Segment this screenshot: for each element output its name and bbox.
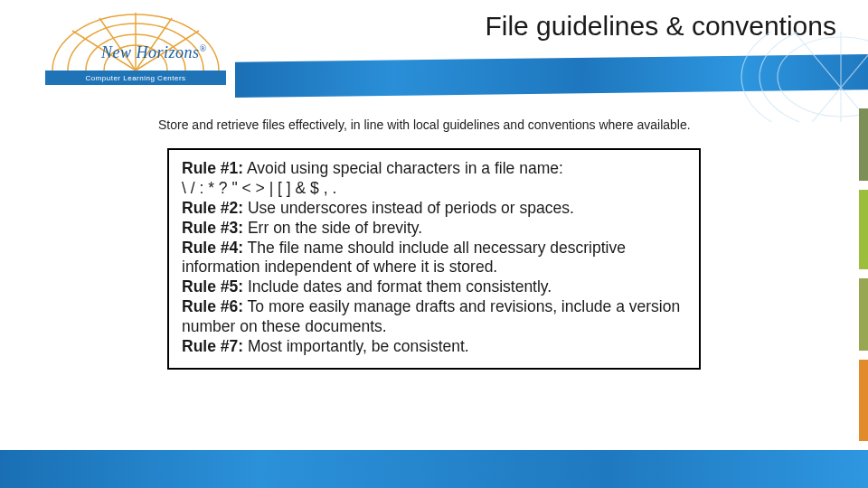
logo: New Horizons® Computer Learning Centers [45,5,235,87]
rule-label: Rule #6: [182,297,243,315]
header-wave [235,54,868,98]
rule-line: Rule #7: Most importantly, be consistent… [182,337,686,357]
rule-label: Rule #7: [182,337,243,355]
intro-text: Store and retrieve files effectively, in… [158,117,823,132]
rule-label: Rule #5: [182,277,243,296]
rule-line: Rule #5: Include dates and format them c… [182,277,686,297]
side-tabs [859,108,868,441]
page-title: File guidelines & conventions [485,11,836,42]
rule-text: Use underscores instead of periods or sp… [243,199,574,217]
rule-line: \ / : * ? " < > | [ ] & $ , . [182,179,686,199]
header: New Horizons® Computer Learning Centers … [0,0,868,99]
rule-text: Most importantly, be consistent. [243,337,469,355]
rule-line: Rule #3: Err on the side of brevity. [182,219,686,239]
rule-label: Rule #3: [182,219,243,237]
logo-name: New Horizons® [101,43,207,62]
rule-text: To more easily manage drafts and revisio… [182,297,680,335]
content-area: Store and retrieve files effectively, in… [0,117,868,450]
rule-line: Rule #1: Avoid using special characters … [182,159,686,179]
rules-box: Rule #1: Avoid using special characters … [167,148,701,370]
rule-line: Rule #4: The file name should include al… [182,239,686,278]
rule-text: Include dates and format them consistent… [243,277,552,296]
side-tab [859,190,868,269]
logo-tagline: Computer Learning Centers [85,74,185,82]
rule-line: Rule #6: To more easily manage drafts an… [182,297,686,337]
footer-bar [0,450,868,488]
rule-text: \ / : * ? " < > | [ ] & $ , . [182,179,336,197]
side-tab [859,108,868,181]
rule-label: Rule #4: [182,239,243,257]
rule-text: Err on the side of brevity. [243,219,422,237]
rule-label: Rule #2: [182,199,243,217]
rule-line: Rule #2: Use underscores instead of peri… [182,199,686,219]
side-tab [859,278,868,351]
logo-tagline-band: Computer Learning Centers [45,70,226,85]
rule-text: The file name should include all necessa… [182,239,626,277]
side-tab [859,360,868,441]
rule-label: Rule #1: [182,159,243,177]
rule-text: Avoid using special characters in a file… [243,159,563,177]
